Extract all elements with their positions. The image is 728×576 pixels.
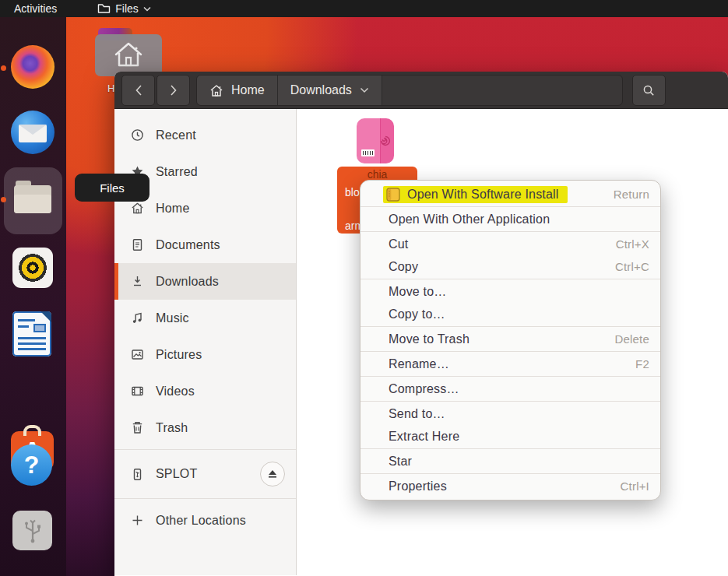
menu-item-label: Send to… [389,407,445,421]
desktop-icon-label: H [107,83,114,94]
context-menu: Open With Software Install Return Open W… [360,180,661,500]
menu-item-extract-here[interactable]: Extract Here [360,425,660,448]
firefox-icon[interactable] [11,45,55,89]
music-note-icon [131,311,144,325]
briefcase-handle [23,425,41,436]
home-icon [131,202,144,215]
menu-item-copy-to[interactable]: Copy to… [360,303,660,325]
path-downloads-label: Downloads [290,83,352,97]
sidebar-item-music[interactable]: Music [114,300,296,336]
download-icon [131,275,144,288]
sidebar-label: Starred [156,165,198,179]
thunderbird-icon[interactable] [11,111,55,154]
text-line [18,348,46,350]
app-menu-label: Files [115,2,139,15]
menu-item-label: Extract Here [389,430,459,444]
header-bar: Home Downloads [114,72,728,109]
text-line [18,337,46,339]
menu-shortcut: Ctrl+X [616,237,649,251]
sidebar-item-other-locations[interactable]: Other Locations [114,502,296,539]
annotation-highlight: Open With Software Install [383,186,568,203]
running-dot-firefox [1,65,6,71]
usb-drive-icon[interactable] [12,511,52,550]
software-install-icon [386,188,400,202]
sidebar-label: Downloads [156,275,219,289]
menu-item-star[interactable]: Star [360,450,660,472]
path-downloads-button[interactable]: Downloads [278,76,382,105]
menu-item-properties[interactable]: Properties Ctrl+I [360,475,660,497]
menu-item-label: Copy to… [389,307,445,321]
menu-shortcut: Ctrl+C [615,260,649,273]
text-line [18,319,35,321]
usb-drive-icon [131,468,144,481]
debian-swirl-icon [379,135,392,147]
chevron-left-icon [135,84,142,97]
path-home-button[interactable]: Home [197,76,278,105]
search-icon [642,84,656,97]
menu-separator [360,401,660,402]
envelope-icon [19,125,47,142]
folder-front [14,195,51,213]
document-icon [131,238,144,251]
plus-icon [131,514,144,527]
menu-separator [360,279,660,279]
page-fold [40,311,51,322]
menu-separator [360,473,660,474]
sidebar-item-documents[interactable]: Documents [114,227,296,263]
files-icon[interactable] [14,179,51,213]
menu-separator [360,231,660,232]
menu-item-label: Move to… [389,285,447,299]
menu-item-label: Copy [389,260,418,274]
sidebar-item-videos[interactable]: Videos [114,373,296,409]
menu-item-label: Open With Software Install [407,188,559,202]
sidebar-item-recent[interactable]: Recent [114,117,296,153]
menu-item-open-with-software-install[interactable]: Open With Software Install Return [360,183,660,205]
barcode [361,149,375,156]
sidebar-label: Trash [156,421,188,435]
eject-button[interactable] [260,462,285,486]
libreoffice-writer-icon[interactable] [12,311,51,356]
trash-icon [131,421,144,434]
menu-shortcut: Delete [614,332,649,346]
chevron-right-icon [170,84,178,97]
menu-separator [360,448,660,449]
sidebar-item-trash[interactable]: Trash [114,409,296,446]
sidebar-item-downloads[interactable]: Downloads [114,263,296,300]
path-home-label: Home [231,83,265,97]
menu-separator [360,351,660,352]
text-line [18,325,29,328]
running-dot-files [1,197,6,202]
video-icon [131,385,144,398]
menu-item-rename[interactable]: Rename… F2 [360,353,660,375]
sidebar-item-splot[interactable]: SPLOT [114,453,296,495]
text-line [18,342,46,345]
menu-item-send-to[interactable]: Send to… [360,402,660,425]
back-button[interactable] [121,75,155,106]
files-app-icon [97,3,111,14]
menu-item-label: Move to Trash [389,332,470,346]
menu-item-copy[interactable]: Copy Ctrl+C [360,255,660,278]
search-button[interactable] [632,75,666,106]
menu-item-label: Cut [389,237,409,251]
activities-button[interactable]: Activities [14,2,57,15]
sidebar-item-pictures[interactable]: Pictures [114,336,296,373]
app-menu-button[interactable]: Files [97,2,151,15]
help-icon[interactable]: ? [11,444,52,486]
menu-item-move-to[interactable]: Move to… [360,280,660,303]
home-icon [112,39,145,70]
deb-package-icon[interactable] [357,118,394,163]
rhythmbox-icon[interactable] [12,248,53,288]
menu-item-label: Properties [389,479,447,493]
menu-item-move-to-trash[interactable]: Move to Trash Delete [360,328,660,350]
menu-item-open-with-other-application[interactable]: Open With Other Application [360,208,660,230]
sidebar-label: Pictures [156,348,202,362]
sidebar-label: Other Locations [156,514,246,528]
menu-separator [360,206,660,207]
file-label-line: chia [337,168,417,181]
top-bar: Activities Files [0,0,728,17]
sidebar-label: Videos [156,385,195,399]
menu-item-label: Compress… [389,382,459,396]
menu-item-compress[interactable]: Compress… [360,378,660,400]
forward-button[interactable] [157,75,190,106]
menu-item-cut[interactable]: Cut Ctrl+X [360,233,660,255]
